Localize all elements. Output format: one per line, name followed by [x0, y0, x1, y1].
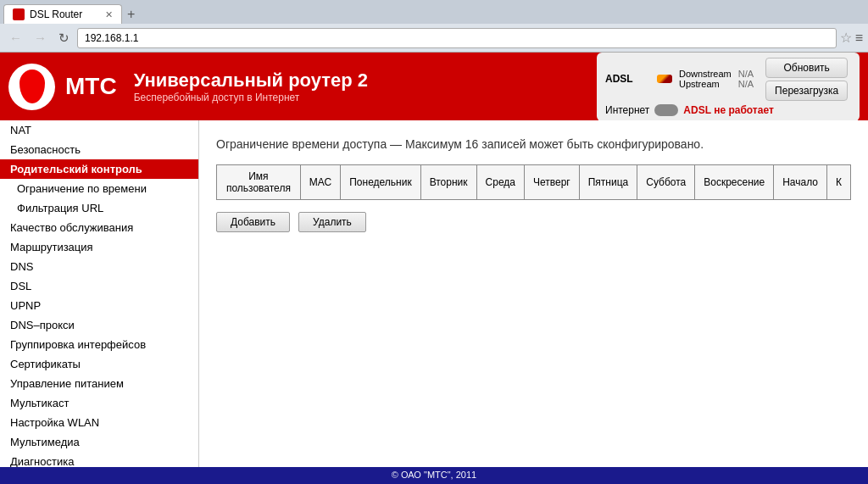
reboot-button[interactable]: Перезагрузка — [765, 81, 848, 101]
forward-button[interactable]: → — [30, 29, 51, 47]
sidebar-item-nat[interactable]: NAT — [0, 120, 198, 140]
access-time-table: Имя пользователя МАС Понедельник Вторник… — [216, 164, 851, 200]
adsl-indicator-icon — [657, 75, 672, 83]
sidebar-item-diagnostics[interactable]: Диагностика — [0, 452, 198, 467]
upstream-value: N/A — [738, 79, 754, 89]
router-title: Универсальный роутер 2 — [134, 70, 597, 92]
tab-title: DSL Router — [30, 8, 82, 20]
col-thursday: Четверг — [525, 165, 580, 200]
col-tuesday: Вторник — [420, 165, 476, 200]
browser-chrome: DSL Router ✕ + ← → ↻ ☆ ≡ — [0, 0, 868, 53]
sidebar-item-multimedia[interactable]: Мультимедиа — [0, 432, 198, 452]
adsl-label: ADSL — [605, 73, 652, 85]
sidebar: NAT Безопасность Родительский контроль О… — [0, 120, 199, 467]
sidebar-item-time-limit[interactable]: Ограничение по времени — [0, 179, 198, 198]
menu-icon[interactable]: ≡ — [855, 31, 863, 46]
col-friday: Пятница — [579, 165, 637, 200]
router-ui: МТС Универсальный роутер 2 Бесперебойный… — [0, 53, 868, 484]
add-button[interactable]: Добавить — [216, 212, 290, 232]
adsl-status-row: ADSL Downstream Upstream N/A N/A Обновит… — [605, 58, 851, 101]
header-status: ADSL Downstream Upstream N/A N/A Обновит… — [597, 53, 860, 121]
sidebar-item-dns-proxy[interactable]: DNS–прокси — [0, 315, 198, 335]
bookmark-icon[interactable]: ☆ — [840, 30, 852, 46]
col-mac: МАС — [300, 165, 340, 200]
down-up-values: N/A N/A — [738, 69, 754, 89]
delete-button[interactable]: Удалить — [298, 212, 366, 232]
sidebar-item-url-filter[interactable]: Фильтрация URL — [0, 198, 198, 218]
tab-favicon — [13, 8, 25, 20]
footer-text: © ОАО "МТС", 2011 — [392, 470, 476, 480]
button-row: Добавить Удалить — [216, 212, 851, 232]
downstream-value: N/A — [738, 69, 754, 79]
sidebar-item-security[interactable]: Безопасность — [0, 140, 198, 159]
sidebar-item-certificates[interactable]: Сертификаты — [0, 354, 198, 374]
sidebar-item-parental[interactable]: Родительский контроль — [0, 159, 198, 179]
internet-status-row: Интернет ADSL не работает — [605, 104, 851, 116]
logo-egg-icon — [19, 70, 45, 103]
sidebar-item-wlan[interactable]: Настройка WLAN — [0, 413, 198, 432]
back-button[interactable]: ← — [5, 29, 26, 47]
adsl-not-work-status: ADSL не работает — [683, 104, 773, 116]
upstream-label: Upstream — [679, 79, 732, 89]
table-header-row: Имя пользователя МАС Понедельник Вторник… — [217, 165, 851, 200]
sidebar-item-qos[interactable]: Качество обслуживания — [0, 218, 198, 237]
logo-circle — [8, 64, 55, 110]
main-content: Ограничение времени доступа — Максимум 1… — [199, 120, 868, 467]
brand-name: МТС — [65, 73, 117, 100]
refresh-button[interactable]: Обновить — [765, 58, 848, 78]
header: МТС Универсальный роутер 2 Бесперебойный… — [0, 53, 868, 120]
col-saturday: Суббота — [637, 165, 695, 200]
downstream-label: Downstream — [679, 69, 732, 79]
action-buttons: Обновить Перезагрузка — [765, 58, 848, 101]
col-sunday: Воскресение — [695, 165, 774, 200]
internet-toggle-icon[interactable] — [654, 104, 678, 116]
sidebar-item-interface-grouping[interactable]: Группировка интерфейсов — [0, 335, 198, 354]
internet-label: Интернет — [605, 104, 649, 116]
sidebar-item-dns[interactable]: DNS — [0, 257, 198, 276]
down-up-labels: Downstream Upstream — [679, 69, 732, 89]
browser-tab[interactable]: DSL Router ✕ — [3, 4, 122, 24]
sidebar-item-routing[interactable]: Маршрутизация — [0, 237, 198, 257]
footer: © ОАО "МТС", 2011 — [0, 467, 868, 484]
col-start: Начало — [774, 165, 827, 200]
page-title: Ограничение времени доступа — Максимум 1… — [216, 137, 851, 151]
tab-close-button[interactable]: ✕ — [105, 9, 113, 20]
col-end: К — [827, 165, 851, 200]
address-bar[interactable] — [77, 28, 837, 48]
col-monday: Понедельник — [341, 165, 420, 200]
body-area: NAT Безопасность Родительский контроль О… — [0, 120, 868, 467]
router-subtitle: Бесперебойный доступ в Интернет — [134, 92, 597, 103]
sidebar-item-power-management[interactable]: Управление питанием — [0, 374, 198, 393]
new-tab-button[interactable]: + — [122, 5, 140, 24]
nav-bar: ← → ↻ ☆ ≡ — [0, 24, 868, 53]
sidebar-item-multicast[interactable]: Мультикаст — [0, 393, 198, 413]
col-wednesday: Среда — [476, 165, 524, 200]
tab-bar: DSL Router ✕ + — [0, 0, 868, 24]
sidebar-item-dsl[interactable]: DSL — [0, 276, 198, 296]
col-username: Имя пользователя — [217, 165, 301, 200]
header-title: Универсальный роутер 2 Бесперебойный дос… — [134, 70, 597, 103]
reload-button[interactable]: ↻ — [54, 29, 74, 47]
sidebar-item-upnp[interactable]: UPNP — [0, 296, 198, 315]
